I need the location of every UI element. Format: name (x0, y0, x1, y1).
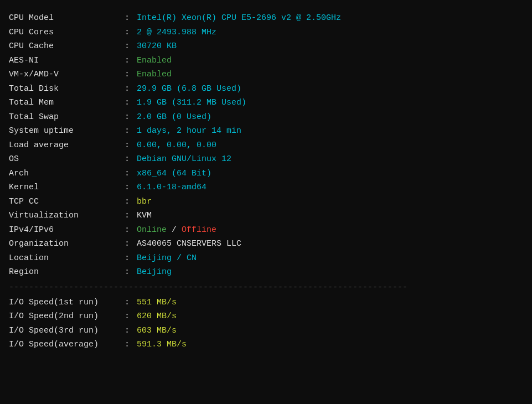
row-value: KVM (137, 209, 152, 223)
row-value: 1 days, 2 hour 14 min (137, 124, 241, 138)
row-value: 30720 KB (137, 39, 177, 54)
io-section: I/O Speed(1st run) : 551 MB/sI/O Speed(2… (9, 296, 523, 352)
row-value: 2 @ 2493.988 MHz (137, 25, 216, 40)
info-row: Virtualization : KVM (9, 209, 523, 223)
row-colon: : (120, 124, 135, 138)
io-value: 620 MB/s (137, 309, 177, 324)
row-colon: : (120, 96, 135, 110)
info-row: Arch : x86_64 (64 Bit) (9, 167, 523, 181)
row-value: 0.00, 0.00, 0.00 (137, 138, 216, 153)
io-label: I/O Speed(average) (9, 338, 120, 352)
row-value: Intel(R) Xeon(R) CPU E5-2696 v2 @ 2.50GH… (137, 11, 341, 25)
mid-divider: ----------------------------------------… (9, 283, 523, 292)
info-row: CPU Model : Intel(R) Xeon(R) CPU E5-2696… (9, 11, 523, 25)
info-row: TCP CC : bbr (9, 195, 523, 209)
row-label: CPU Cache (9, 39, 120, 54)
row-value: Enabled (137, 54, 172, 68)
info-row: AES-NI : Enabled (9, 54, 523, 68)
io-colon: : (120, 338, 135, 352)
row-value: Enabled (137, 68, 172, 82)
io-row: I/O Speed(1st run) : 551 MB/s (9, 296, 523, 310)
row-label: TCP CC (9, 195, 120, 209)
row-label: IPv4/IPv6 (9, 223, 120, 237)
info-row: Location : Beijing / CN (9, 251, 523, 266)
row-colon: : (120, 265, 135, 279)
row-label: VM-x/AMD-V (9, 68, 120, 82)
row-label: Region (9, 265, 120, 279)
row-label: CPU Cores (9, 25, 120, 40)
info-row: VM-x/AMD-V : Enabled (9, 68, 523, 82)
row-label: Organization (9, 237, 120, 251)
row-label: AES-NI (9, 54, 120, 68)
io-value: 591.3 MB/s (137, 338, 187, 352)
row-value: Beijing (137, 265, 172, 279)
info-row: OS : Debian GNU/Linux 12 (9, 152, 523, 167)
row-value: bbr (137, 195, 152, 209)
row-label: Total Mem (9, 96, 120, 110)
io-label: I/O Speed(1st run) (9, 296, 120, 310)
info-row: Load average : 0.00, 0.00, 0.00 (9, 138, 523, 153)
info-row: Organization : AS40065 CNSERVERS LLC (9, 237, 523, 251)
info-row: CPU Cores : 2 @ 2493.988 MHz (9, 25, 523, 40)
row-label: Total Disk (9, 82, 120, 96)
row-label: Total Swap (9, 110, 120, 125)
row-value: Beijing / CN (137, 251, 197, 266)
row-value-part: Offline (182, 223, 216, 237)
info-row: IPv4/IPv6 : Online / Offline (9, 223, 523, 237)
main-container: CPU Model : Intel(R) Xeon(R) CPU E5-2696… (0, 0, 532, 356)
row-colon: : (120, 110, 135, 125)
row-colon: : (120, 152, 135, 167)
row-value-part: Online (137, 223, 167, 237)
row-value-part: / (167, 223, 182, 237)
row-label: Kernel (9, 180, 120, 195)
info-row: Total Disk : 29.9 GB (6.8 GB Used) (9, 82, 523, 96)
row-colon: : (120, 209, 135, 223)
io-label: I/O Speed(2nd run) (9, 309, 120, 324)
row-colon: : (120, 54, 135, 68)
row-colon: : (120, 68, 135, 82)
row-label: OS (9, 152, 120, 167)
row-value: 1.9 GB (311.2 MB Used) (137, 96, 246, 110)
row-colon: : (120, 39, 135, 54)
io-row: I/O Speed(2nd run) : 620 MB/s (9, 309, 523, 324)
row-label: System uptime (9, 124, 120, 138)
io-colon: : (120, 324, 135, 338)
info-row: Total Swap : 2.0 GB (0 Used) (9, 110, 523, 125)
info-row: Region : Beijing (9, 265, 523, 279)
io-row: I/O Speed(average) : 591.3 MB/s (9, 338, 523, 352)
row-label: CPU Model (9, 11, 120, 25)
info-row: Total Mem : 1.9 GB (311.2 MB Used) (9, 96, 523, 110)
info-row: CPU Cache : 30720 KB (9, 39, 523, 54)
row-colon: : (120, 138, 135, 153)
row-value: 2.0 GB (0 Used) (137, 110, 211, 125)
io-colon: : (120, 309, 135, 324)
row-colon: : (120, 82, 135, 96)
io-label: I/O Speed(3rd run) (9, 324, 120, 338)
row-label: Virtualization (9, 209, 120, 223)
row-colon: : (120, 25, 135, 40)
row-value: x86_64 (64 Bit) (137, 167, 211, 181)
row-colon: : (120, 237, 135, 251)
info-row: Kernel : 6.1.0-18-amd64 (9, 180, 523, 195)
row-colon: : (120, 223, 135, 237)
info-row: System uptime : 1 days, 2 hour 14 min (9, 124, 523, 138)
row-label: Location (9, 251, 120, 266)
row-value: AS40065 CNSERVERS LLC (137, 237, 241, 251)
row-label: Load average (9, 138, 120, 153)
io-row: I/O Speed(3rd run) : 603 MB/s (9, 324, 523, 338)
row-colon: : (120, 11, 135, 25)
info-section: CPU Model : Intel(R) Xeon(R) CPU E5-2696… (9, 11, 523, 279)
row-value: 29.9 GB (6.8 GB Used) (137, 82, 241, 96)
row-label: Arch (9, 167, 120, 181)
io-value: 551 MB/s (137, 296, 177, 310)
io-colon: : (120, 296, 135, 310)
row-colon: : (120, 180, 135, 195)
row-value: Debian GNU/Linux 12 (137, 152, 231, 167)
row-colon: : (120, 195, 135, 209)
row-value: 6.1.0-18-amd64 (137, 180, 206, 195)
row-colon: : (120, 251, 135, 266)
io-value: 603 MB/s (137, 324, 177, 338)
row-colon: : (120, 167, 135, 181)
